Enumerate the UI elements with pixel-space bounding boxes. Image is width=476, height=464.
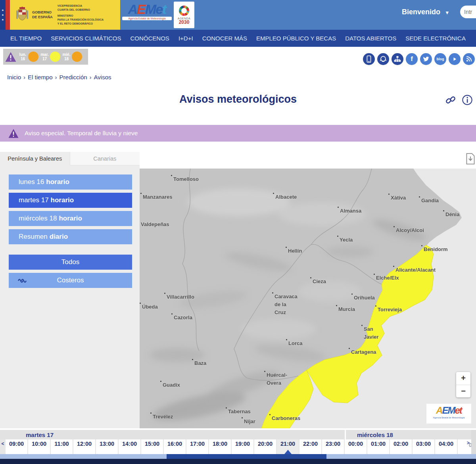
timeline-hours-row: < 09:0010:0011:0012:0013:0014:0015:0016:… (0, 439, 476, 454)
aemet-tagline: Agencia Estatal de Meteorología (122, 17, 172, 20)
hour-cell-11-00[interactable]: 11:00 (51, 439, 73, 454)
warnings-map[interactable]: TomellosoManzanaresValdepeñasAlbaceteAlm… (140, 169, 476, 428)
page-footer-bar (0, 459, 476, 464)
special-warning-banner[interactable]: Aviso especial. Temporal de lluvia y nie… (0, 125, 476, 142)
facebook-icon[interactable]: f (406, 53, 418, 65)
breadcrumb-separator: › (55, 74, 57, 81)
warning-day-label: lun.16 (17, 52, 28, 61)
city-label-d-nia: Dénia (445, 211, 459, 219)
tab-canarias[interactable]: Canarias (70, 152, 140, 165)
city-label-tomelloso: Tomelloso (173, 175, 199, 183)
city-label-lorca: Lorca (288, 339, 302, 347)
nav-item-servicios-clim-ticos[interactable]: SERVICIOS CLIMÁTICOS (51, 35, 121, 42)
blog-label: blog (437, 57, 444, 61)
nav-item-empleo-p-blico-y-becas[interactable]: EMPLEO PÚBLICO Y BECAS (256, 35, 336, 42)
twitter-icon[interactable] (420, 53, 432, 65)
zoom-out-button[interactable]: − (456, 385, 470, 398)
hour-cell-10-00[interactable]: 10:00 (28, 439, 51, 454)
city-label-orihuela: Orihuela (354, 294, 375, 302)
permalink-icon[interactable] (445, 94, 456, 105)
breadcrumb-item-predicci-n[interactable]: Predicción (60, 74, 87, 81)
breadcrumb-item-el-tiempo[interactable]: El tiempo (28, 74, 53, 81)
timeline-scrollbar-track[interactable] (0, 454, 476, 459)
city-label-alicante-alacant: Alicante/Alacant (395, 266, 436, 274)
hour-cell-19-00[interactable]: 19:00 (232, 439, 254, 454)
hour-cell-18-00[interactable]: 18:00 (209, 439, 232, 454)
city-label-baza: Baza (194, 359, 206, 367)
nav-item-i-d-i[interactable]: I+D+I (178, 35, 193, 42)
city-label-trev-lez: Trevélez (153, 413, 173, 421)
watermark-tagline: Agencia Estatal de Meteorología (426, 416, 471, 419)
timeline-prev-arrow[interactable]: < (0, 439, 6, 454)
nav-item-conocer-m-s[interactable]: CONOCER MÁS (202, 35, 247, 42)
aemet-wordmark: AEMet (122, 2, 172, 16)
download-map-icon[interactable] (466, 153, 475, 165)
watermark-wordmark: AEMet (426, 405, 471, 416)
city-label-hell-n: Hellín (288, 247, 302, 255)
hour-cell-17-00[interactable]: 17:00 (186, 439, 209, 454)
sidebar-panel: lunes 16 horariomartes 17 horariomiércol… (0, 165, 140, 428)
warning-day-label: mié.18 (61, 52, 72, 61)
city-label-cartagena: Cartagena (351, 348, 376, 356)
page-title: Avisos meteorológicos (0, 93, 476, 105)
youtube-icon[interactable] (449, 53, 461, 65)
zoom-in-button[interactable]: + (456, 372, 470, 385)
support-icon[interactable] (377, 53, 389, 65)
region-tabs: Península y BalearesCanarias (0, 152, 140, 165)
hour-cell-14-00[interactable]: 14:00 (119, 439, 141, 454)
sidebar-button-martes-17[interactable]: martes 17 horario (9, 193, 132, 208)
city-label-alcoy-alcoi: Alcoy/Alcoi (396, 226, 424, 234)
timeline-scrollbar-thumb[interactable] (167, 454, 326, 459)
hour-cell-02-00[interactable]: 02:00 (390, 439, 413, 454)
city-label-murcia: Murcia (338, 305, 355, 313)
gobierno-logo-block[interactable]: GOBIERNO DE ESPAÑA VICEPRESIDENCIACUARTA… (10, 0, 120, 30)
hour-cell-09-00[interactable]: 09:00 (6, 439, 28, 454)
sidebar-button-mi-rcoles-18[interactable]: miércoles 18 horario (9, 211, 132, 226)
nav-item-el-tiempo[interactable]: EL TIEMPO (10, 35, 42, 42)
social-icons-row: fblog (363, 53, 475, 65)
city-label-cieza: Cieza (313, 278, 326, 286)
header-search-input[interactable] (460, 6, 476, 18)
nav-item-datos-abiertos[interactable]: DATOS ABIERTOS (345, 35, 396, 42)
blog-icon[interactable]: blog (434, 53, 446, 65)
info-icon[interactable] (462, 94, 473, 105)
aemet-logo[interactable]: AEMet Agencia Estatal de Meteorología (122, 2, 172, 27)
hour-cell-01-00[interactable]: 01:00 (367, 439, 390, 454)
warning-level-dot (28, 52, 38, 62)
hour-cell-03-00[interactable]: 03:00 (413, 439, 435, 454)
tab-pen-nsula-y-baleares[interactable]: Península y Baleares (0, 152, 70, 165)
hour-cell-21-00[interactable]: 21:00 (277, 439, 299, 454)
hour-cell-20-00[interactable]: 20:00 (254, 439, 277, 454)
sidebar-button-resumen[interactable]: Resumen diario (9, 229, 132, 244)
breadcrumb-item-inicio[interactable]: Inicio (7, 74, 21, 81)
hour-cell-12-00[interactable]: 12:00 (73, 439, 96, 454)
city-label-gandia: Gandia (421, 197, 439, 205)
city-label-villacarrillo: Villacarrillo (167, 293, 194, 301)
warning-days-widget[interactable]: lun.16mar.17mié.18 (3, 49, 88, 65)
mobile-icon[interactable] (363, 53, 375, 65)
agenda-2030-logo[interactable]: AGENDA 2030 (174, 2, 194, 28)
sidebar-button-todos[interactable]: Todos (9, 255, 132, 270)
hour-cell-13-00[interactable]: 13:00 (96, 439, 119, 454)
hour-cell-15-00[interactable]: 15:00 (141, 439, 164, 454)
nav-item-con-cenos[interactable]: CONÓCENOS (131, 35, 169, 42)
sitemap-icon[interactable] (392, 53, 403, 65)
sdg-ring-icon (179, 6, 189, 16)
hour-cell-23-00[interactable]: 23:00 (322, 439, 345, 454)
hour-cell-00-00[interactable]: 00:00 (345, 439, 367, 454)
warning-triangle-icon (5, 52, 17, 62)
hour-cell-04-00[interactable]: 04:00 (435, 439, 458, 454)
hour-cell-16-00[interactable]: 16:00 (164, 439, 186, 454)
sidebar-button-costeros[interactable]: Costeros (9, 273, 132, 288)
sidebar-button-lunes-16[interactable]: lunes 16 horario (9, 174, 132, 190)
city-label-n-jar: Níjar (244, 418, 255, 426)
warning-triangle-icon (8, 128, 19, 138)
rss-icon[interactable] (463, 53, 475, 65)
city-label-benidorm: Benidorm (424, 245, 448, 253)
warning-day-16: lun.16 (17, 52, 38, 62)
welcome-dropdown[interactable]: Bienvenido▾ (402, 8, 449, 16)
nav-item-sede-electr-nica[interactable]: SEDE ELECTRÓNICA (405, 35, 466, 42)
agenda-line2: 2030 (179, 20, 190, 25)
hour-cell-22-00[interactable]: 22:00 (299, 439, 322, 454)
timeline-day-header: martes 17 miércoles 18 (0, 430, 476, 439)
